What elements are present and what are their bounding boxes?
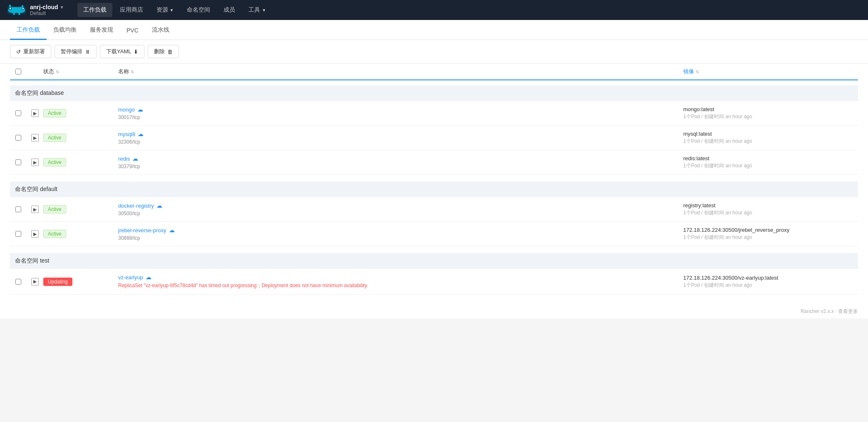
image-name-jrebel: 172.18.126.224:30500/jrebel_reverse_prox… [683,227,858,233]
name-sort-icon[interactable]: ⇅ [131,70,134,74]
svg-point-8 [10,8,11,9]
svg-rect-3 [12,7,22,13]
tab-discovery[interactable]: 服务发现 [83,21,120,40]
network-icon-jrebel: ☁ [169,227,175,233]
toolbar: ↺ 重新部署 暂停编排 ⏸ 下载YAML ⬇ 删除 🗑 [0,40,868,64]
ns-header-database: 命名空间 database [10,85,858,101]
workload-name-mysql8[interactable]: mysql8 [118,131,135,137]
status-sort-icon[interactable]: ⇅ [56,70,59,74]
workload-cell-mysql8: mysql8 ☁ 32306/tcp [118,131,683,145]
table-row: ▶ Active mongo ☁ 30017/tcp mongo:latest … [10,101,858,126]
svg-rect-6 [13,12,15,15]
image-name-redis: redis:latest [683,155,858,161]
table-row: ▶ Active jrebel-reverse-proxy ☁ 30888/tc… [10,222,858,246]
row-checkbox-jrebel[interactable] [15,231,21,237]
image-sort-icon[interactable]: ⇅ [696,70,699,74]
table-row: ▶ Updating vz-earlyup ☁ ReplicaSet "vz-e… [10,269,858,295]
workload-cell-docker-registry: docker-registry ☁ 30500/tcp [118,202,683,216]
workload-port-jrebel: 30888/tcp [118,235,683,241]
nav-item-tools[interactable]: 工具 ▼ [243,3,272,17]
ns-header-test: 命名空间 test [10,253,858,269]
table-row: ▶ Active redis ☁ 30379/tcp redis:latest … [10,150,858,175]
brand-selector[interactable]: anrj-cloud ▼ Default [30,4,64,16]
workload-name-redis[interactable]: redis [118,156,130,162]
image-name-mysql8: mysql:latest [683,131,858,137]
header-checkbox-cell[interactable] [10,69,27,74]
ns-section-test: 命名空间 test ▶ Updating vz-earlyup ☁ Replic… [10,253,858,295]
redeploy-label: 重新部署 [23,48,45,55]
delete-button[interactable]: 删除 🗑 [148,45,179,58]
row-checkbox-vz-earlyup[interactable] [15,279,21,285]
status-badge-redis: Active [43,158,66,166]
row-checkbox-cell[interactable] [10,159,27,165]
nav-item-resources[interactable]: 资源 ▼ [151,3,180,17]
tab-pipeline[interactable]: 流水线 [145,21,176,40]
select-all-checkbox[interactable] [15,69,21,74]
expand-btn-redis[interactable]: ▶ [31,159,39,166]
image-meta-mongo: 1个Pod / 创建时间 an hour ago [683,113,858,120]
row-checkbox-cell[interactable] [10,135,27,141]
row-checkbox-mysql8[interactable] [15,135,21,141]
row-checkbox-cell[interactable] [10,231,27,237]
expand-cell-mongo[interactable]: ▶ [27,109,43,117]
table-row: ▶ Active docker-registry ☁ 30500/tcp reg… [10,197,858,222]
topnav: anrj-cloud ▼ Default 工作负载 应用商店 资源 ▼ 命名空间… [0,0,868,20]
image-meta-jrebel: 1个Pod / 创建时间 an hour ago [683,234,858,241]
nav-item-members[interactable]: 成员 [218,3,241,17]
nav-item-namespace[interactable]: 命名空间 [181,3,216,17]
footer-text: Rancher v2.x.x · 查看更多 [801,308,858,314]
workload-name-docker-registry[interactable]: docker-registry [118,203,154,209]
main-nav: 工作负载 应用商店 资源 ▼ 命名空间 成员 工具 ▼ [77,3,272,17]
pause-button[interactable]: 暂停编排 ⏸ [55,45,97,58]
workload-name-jrebel[interactable]: jrebel-reverse-proxy [118,227,166,233]
redeploy-button[interactable]: ↺ 重新部署 [10,45,51,58]
status-badge-jrebel: Active [43,230,66,238]
workload-name-vz-earlyup[interactable]: vz-earlyup [118,274,143,281]
network-icon-vz-earlyup: ☁ [146,274,151,281]
row-checkbox-cell[interactable] [10,110,27,116]
row-checkbox-cell[interactable] [10,279,27,285]
workload-name-mongo[interactable]: mongo [118,107,135,113]
image-meta-redis: 1个Pod / 创建时间 an hour ago [683,162,858,169]
download-icon: ⬇ [134,49,138,55]
expand-btn-vz-earlyup[interactable]: ▶ [31,278,39,285]
tab-pvc[interactable]: PVC [120,22,145,40]
expand-cell-mysql8[interactable]: ▶ [27,134,43,141]
workload-port-redis: 30379/tcp [118,164,683,169]
expand-btn-mysql8[interactable]: ▶ [31,134,39,141]
image-cell-redis: redis:latest 1个Pod / 创建时间 an hour ago [683,155,858,169]
nav-item-appstore[interactable]: 应用商店 [114,3,149,17]
status-cell-vz-earlyup: Updating [43,278,118,286]
expand-cell-jrebel[interactable]: ▶ [27,230,43,238]
workload-cell-redis: redis ☁ 30379/tcp [118,155,683,169]
expand-btn-jrebel[interactable]: ▶ [31,230,39,238]
expand-cell-redis[interactable]: ▶ [27,159,43,166]
status-badge-docker-registry: Active [43,205,66,213]
workload-port-docker-registry: 30500/tcp [118,211,683,216]
nav-item-workload[interactable]: 工作负载 [77,3,112,17]
status-cell-jrebel: Active [43,230,118,238]
image-name-docker-registry: registry:latest [683,202,858,209]
download-label: 下载YAML [106,48,131,55]
row-checkbox-cell[interactable] [10,206,27,212]
image-name-vz-earlyup: 172.18.126.224:30500/vz-earlyup:latest [683,275,858,281]
resources-chevron-icon: ▼ [170,8,174,12]
download-button[interactable]: 下载YAML ⬇ [100,45,144,58]
expand-btn-mongo[interactable]: ▶ [31,109,39,117]
status-badge-vz-earlyup: Updating [43,278,72,286]
brand-name: anrj-cloud [30,4,58,10]
row-checkbox-docker-registry[interactable] [15,206,21,212]
row-checkbox-mongo[interactable] [15,110,21,116]
status-cell-mongo: Active [43,109,118,117]
tab-workload[interactable]: 工作负载 [10,21,47,40]
page-footer: Rancher v2.x.x · 查看更多 [0,305,868,318]
expand-cell-vz-earlyup[interactable]: ▶ [27,278,43,285]
expand-btn-docker-registry[interactable]: ▶ [31,206,39,213]
tab-lb[interactable]: 负载均衡 [47,21,83,40]
expand-cell-docker-registry[interactable]: ▶ [27,206,43,213]
row-checkbox-redis[interactable] [15,159,21,165]
ns-section-database: 命名空间 database ▶ Active mongo ☁ 30017/tcp… [10,85,858,175]
status-badge-mongo: Active [43,109,66,117]
pause-icon: ⏸ [85,49,90,55]
ns-header-default: 命名空间 default [10,181,858,197]
